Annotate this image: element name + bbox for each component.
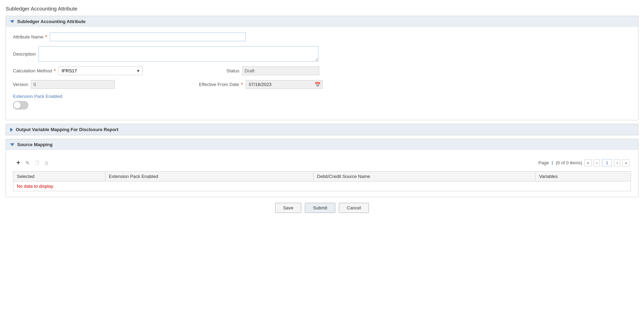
col-selected: Selected (13, 172, 105, 181)
main-section: Subledger Accounting Attribute Attribute… (6, 16, 638, 120)
page-title: Subledger Accounting Attribute (6, 6, 638, 12)
source-section-title: Source Mapping (17, 142, 52, 147)
effective-date-input[interactable] (246, 80, 323, 89)
prev-page-button[interactable]: ‹ (594, 159, 600, 166)
collapse-icon (10, 20, 14, 23)
calendar-icon[interactable]: 📅 (315, 82, 321, 87)
items-info: (0 of 0 items) (556, 160, 582, 165)
date-required-star: * (241, 82, 243, 87)
version-value: 0 (31, 80, 115, 89)
delete-button[interactable]: 🗑 (42, 159, 51, 166)
effective-date-wrapper: 📅 (246, 80, 323, 89)
output-section-header[interactable]: Output Variable Mapping For Disclosure R… (6, 124, 638, 135)
effective-date-group: Effective From Date * 📅 (199, 80, 322, 89)
last-page-button[interactable]: » (622, 159, 630, 166)
description-input[interactable] (38, 46, 318, 62)
attribute-name-group: Attribute Name * (13, 33, 246, 41)
page-label: Page (538, 160, 549, 165)
source-collapse-icon (10, 143, 14, 146)
calc-status-row: Calculation Method * IFRS17 ▼ Status Dra… (13, 66, 631, 75)
table-empty-row: No data to display. (13, 181, 631, 191)
col-extension-pack: Extension Pack Enabled (105, 172, 313, 181)
calculation-method-select[interactable]: IFRS17 (58, 66, 142, 75)
table-header-row: Selected Extension Pack Enabled Debit/Cr… (13, 172, 631, 181)
status-value: Draft (242, 66, 319, 75)
required-star: * (45, 34, 47, 40)
toolbar-left: + ✎ ❐ 🗑 (14, 158, 51, 167)
toggle-knob (14, 102, 21, 109)
source-section-body: + ✎ ❐ 🗑 Page 1 (0 of 0 items) « ‹ 1 › » … (6, 150, 638, 197)
col-debit-credit: Debit/Credit Source Name (313, 172, 535, 181)
main-section-body: Attribute Name * Description Calculation… (6, 27, 638, 120)
extension-pack-group: Extension Pack Enabled (13, 94, 62, 109)
bottom-buttons: Save Submit Cancel (6, 203, 638, 213)
add-button[interactable]: + (14, 158, 22, 167)
source-table: Selected Extension Pack Enabled Debit/Cr… (13, 171, 631, 191)
table-body: No data to display. (13, 181, 631, 191)
description-row: Description (13, 46, 631, 62)
source-section: Source Mapping + ✎ ❐ 🗑 Page 1 (0 of 0 it… (6, 139, 638, 197)
calc-required-star: * (54, 68, 56, 73)
status-group: Status Draft (226, 66, 319, 75)
calculation-method-group: Calculation Method * IFRS17 ▼ (13, 66, 142, 75)
output-section: Output Variable Mapping For Disclosure R… (6, 124, 638, 135)
output-section-title: Output Variable Mapping For Disclosure R… (16, 127, 118, 132)
attribute-name-label: Attribute Name * (13, 34, 47, 40)
source-section-header[interactable]: Source Mapping (6, 139, 638, 150)
extension-pack-row: Extension Pack Enabled (13, 94, 631, 109)
source-toolbar: + ✎ ❐ 🗑 Page 1 (0 of 0 items) « ‹ 1 › » (13, 156, 631, 170)
no-data-cell: No data to display. (13, 181, 631, 191)
status-label: Status (226, 68, 239, 73)
submit-button[interactable]: Submit (305, 203, 335, 213)
calculation-method-select-wrapper: IFRS17 ▼ (58, 66, 142, 75)
version-group: Version 0 (13, 80, 115, 89)
version-date-row: Version 0 Effective From Date * 📅 (13, 80, 631, 89)
version-label: Version (13, 82, 28, 87)
col-variables: Variables (536, 172, 631, 181)
calculation-method-label: Calculation Method * (13, 68, 56, 73)
page-number: 1 (551, 160, 554, 165)
main-section-header[interactable]: Subledger Accounting Attribute (6, 16, 638, 27)
table-header: Selected Extension Pack Enabled Debit/Cr… (13, 172, 631, 181)
next-page-button[interactable]: › (614, 159, 620, 166)
description-label: Description (13, 51, 36, 57)
effective-date-label: Effective From Date * (199, 82, 243, 87)
attribute-name-input[interactable] (50, 33, 246, 41)
save-button[interactable]: Save (275, 203, 302, 213)
extension-pack-toggle[interactable] (13, 101, 28, 109)
cancel-button[interactable]: Cancel (339, 203, 369, 213)
toolbar-right: Page 1 (0 of 0 items) « ‹ 1 › » (538, 159, 630, 166)
no-data-message: No data to display. (17, 181, 54, 192)
copy-button[interactable]: ❐ (33, 159, 41, 166)
attribute-name-row: Attribute Name * (13, 33, 631, 41)
first-page-button[interactable]: « (584, 159, 592, 166)
description-group: Description (13, 46, 318, 62)
current-page-box[interactable]: 1 (602, 159, 612, 166)
edit-button[interactable]: ✎ (24, 159, 31, 166)
output-collapse-icon (10, 128, 13, 132)
extension-pack-label: Extension Pack Enabled (13, 94, 62, 99)
main-section-title: Subledger Accounting Attribute (17, 19, 85, 24)
